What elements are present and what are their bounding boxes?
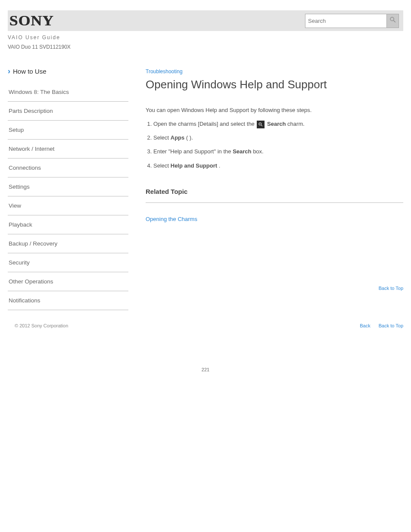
sidebar-item[interactable]: Playback <box>8 215 128 234</box>
related-heading: Related Topic <box>146 187 403 196</box>
related-topic-link[interactable]: Opening the Charms <box>146 215 403 225</box>
search-button[interactable] <box>387 14 399 28</box>
back-to-top-link[interactable]: Back to Top <box>146 286 403 291</box>
page-number: 221 <box>8 367 403 372</box>
search-charm-icon <box>257 121 265 128</box>
sidebar-item[interactable]: Notifications <box>8 291 128 310</box>
divider <box>146 202 403 203</box>
back-to-top-link[interactable]: Back to Top <box>379 323 403 328</box>
brand-logo: SONY <box>9 12 54 29</box>
search-icon <box>389 16 397 25</box>
back-link[interactable]: Back <box>360 323 370 328</box>
sidebar-nav: Windows 8: The Basics Parts Description … <box>8 83 128 310</box>
step-item: Open the charms [Details] and select the… <box>153 120 403 128</box>
sidebar-item[interactable]: Backup / Recovery <box>8 234 128 253</box>
sidebar-heading: › How to Use <box>8 67 128 75</box>
sidebar-item[interactable]: Settings <box>8 177 128 196</box>
product-line: VAIO User Guide <box>8 34 403 40</box>
copyright: © 2012 Sony Corporation <box>15 323 68 328</box>
model-name: VAIO Duo 11 SVD112190X <box>8 44 403 50</box>
sidebar: › How to Use Windows 8: The Basics Parts… <box>8 67 128 310</box>
sidebar-item[interactable]: Security <box>8 253 128 272</box>
sidebar-item[interactable]: Network / Internet <box>8 140 128 159</box>
steps-list: Open the charms [Details] and select the… <box>153 120 403 170</box>
footer: Back to Top <box>146 286 403 291</box>
search-form <box>305 14 399 28</box>
intro-text: You can open Windows Help and Support by… <box>146 106 403 115</box>
sidebar-item[interactable]: View <box>8 196 128 215</box>
sidebar-item[interactable]: Connections <box>8 159 128 177</box>
header-bar: SONY <box>8 10 403 31</box>
how-to-label: How to Use <box>13 68 47 75</box>
chevron-right-icon: › <box>8 67 10 75</box>
search-input[interactable] <box>305 14 387 28</box>
page-title: Opening Windows Help and Support <box>146 78 403 91</box>
sidebar-item[interactable]: Windows 8: The Basics <box>8 83 128 102</box>
sidebar-item[interactable]: Other Operations <box>8 272 128 291</box>
step-item: Select Apps ( ). <box>153 134 403 142</box>
breadcrumb[interactable]: Troubleshooting <box>146 68 183 75</box>
page-footer: © 2012 Sony Corporation Back Back to Top <box>8 323 403 328</box>
step-item: Select Help and Support . <box>153 162 403 170</box>
main-content: Troubleshooting Opening Windows Help and… <box>146 67 403 310</box>
sidebar-item[interactable]: Parts Description <box>8 102 128 121</box>
step-item: Enter "Help and Support" in the Search b… <box>153 147 403 156</box>
sidebar-item[interactable]: Setup <box>8 121 128 140</box>
